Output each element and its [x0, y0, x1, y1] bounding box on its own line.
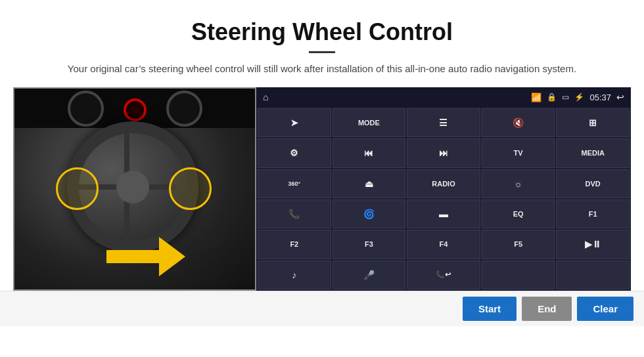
360-icon: 360°: [288, 180, 300, 187]
list-icon: ☰: [439, 117, 448, 128]
btn-ie[interactable]: 🌀: [333, 200, 406, 228]
settings-icon: ⚙: [290, 148, 298, 158]
radio-panel: ⌂ 📶 🔒 ▭ ⚡ 05:37 ↩ ➤ MODE ☰: [256, 87, 631, 291]
btn-360[interactable]: 360°: [258, 169, 331, 198]
btn-phone[interactable]: 📞: [258, 200, 331, 228]
btn-brightness[interactable]: ☼: [482, 169, 555, 198]
btn-empty-2: [556, 261, 630, 289]
end-button[interactable]: End: [522, 297, 572, 321]
steering-wheel-image: [13, 87, 256, 291]
btn-list[interactable]: ☰: [407, 108, 480, 137]
btn-f3[interactable]: F3: [333, 230, 406, 259]
btn-music[interactable]: ♪: [258, 261, 331, 289]
btn-empty-1: [482, 261, 555, 289]
btn-f1[interactable]: F1: [556, 200, 630, 228]
button-grid: ➤ MODE ☰ 🔇 ⊞ ⚙ ⏮ ⏭: [256, 107, 631, 291]
btn-eq[interactable]: EQ: [482, 200, 555, 228]
btn-navigate[interactable]: ➤: [258, 108, 331, 137]
ie-icon: 🌀: [363, 209, 375, 219]
navigate-icon: ➤: [290, 117, 298, 128]
status-bar: ⌂ 📶 🔒 ▭ ⚡ 05:37 ↩: [256, 87, 631, 107]
start-button[interactable]: Start: [463, 297, 517, 321]
page-title: Steering Wheel Control: [0, 18, 644, 46]
btn-f2[interactable]: F2: [258, 230, 331, 259]
btn-tv[interactable]: TV: [482, 138, 555, 167]
btn-prev[interactable]: ⏮: [333, 138, 406, 167]
btn-f5[interactable]: F5: [482, 230, 555, 259]
next-icon: ⏭: [439, 148, 448, 158]
title-divider: [309, 51, 335, 53]
btn-volume-mute[interactable]: 🔇: [482, 108, 555, 137]
sd-icon: ▭: [562, 93, 569, 102]
call-end-icon: 📞↩: [436, 270, 451, 279]
main-content: ⌂ 📶 🔒 ▭ ⚡ 05:37 ↩ ➤ MODE ☰: [0, 87, 644, 291]
home-icon[interactable]: ⌂: [263, 92, 268, 102]
left-button-circle: [56, 167, 99, 210]
btn-play-pause[interactable]: ▶⏸: [556, 230, 630, 259]
yellow-arrow: [106, 237, 185, 276]
btn-call-end[interactable]: 📞↩: [407, 261, 480, 289]
btn-settings[interactable]: ⚙: [258, 138, 331, 167]
btn-eject[interactable]: ⏏: [333, 169, 406, 198]
prev-icon: ⏮: [364, 148, 373, 158]
eject-icon: ⏏: [365, 178, 373, 189]
phone-icon: 📞: [288, 209, 300, 219]
btn-media[interactable]: MEDIA: [556, 138, 630, 167]
music-icon: ♪: [292, 270, 296, 280]
play-pause-icon: ▶⏸: [585, 239, 601, 249]
volume-mute-icon: 🔇: [513, 117, 524, 128]
mic-icon: 🎤: [363, 270, 375, 280]
lock-icon: 🔒: [547, 93, 557, 102]
btn-grid-app[interactable]: ⊞: [556, 108, 630, 137]
brightness-icon: ☼: [514, 178, 522, 189]
rectangle-icon: ▬: [439, 209, 448, 219]
btn-f4[interactable]: F4: [407, 230, 480, 259]
bottom-bar: Start End Clear: [0, 291, 644, 326]
btn-dvd[interactable]: DVD: [556, 169, 630, 198]
back-icon[interactable]: ↩: [616, 92, 624, 102]
btn-mode[interactable]: MODE: [333, 108, 406, 137]
bluetooth-icon: ⚡: [574, 93, 584, 102]
btn-rect[interactable]: ▬: [407, 200, 480, 228]
btn-radio[interactable]: RADIO: [407, 169, 480, 198]
wifi-icon: 📶: [531, 93, 541, 102]
grid-icon: ⊞: [589, 117, 597, 128]
btn-next[interactable]: ⏭: [407, 138, 480, 167]
right-button-circle: [169, 167, 212, 210]
clear-button[interactable]: Clear: [577, 297, 633, 321]
subtitle: Your original car’s steering wheel contr…: [0, 61, 644, 77]
btn-mic[interactable]: 🎤: [333, 261, 406, 289]
time-display: 05:37: [589, 93, 611, 102]
